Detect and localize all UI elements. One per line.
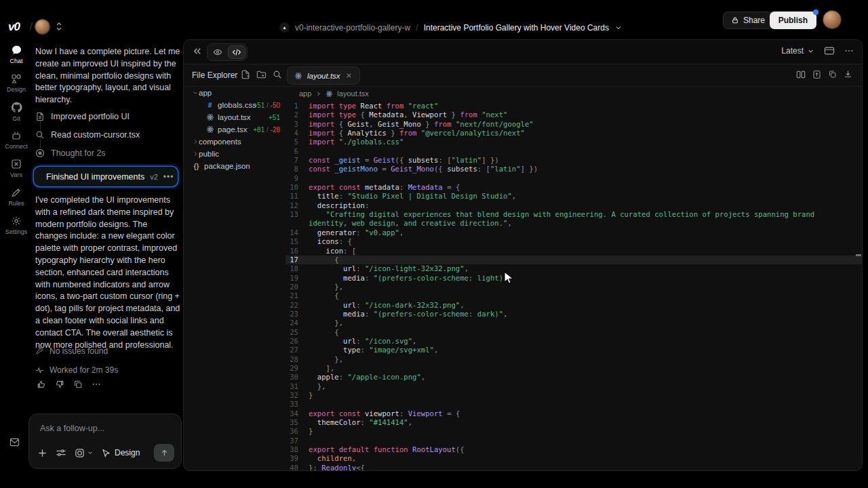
code-line-24: 24 }, [285, 319, 863, 327]
close-tab-icon[interactable] [345, 72, 353, 79]
tree-file-page.tsx[interactable]: page.tsx +81 / -28 [184, 123, 285, 136]
follow-up-input[interactable]: Ask a follow-up... Design [28, 413, 182, 469]
user-avatar[interactable] [823, 11, 841, 28]
task-item[interactable]: Thought for 2s [35, 148, 106, 158]
code-lines[interactable]: 1import type React from "react"2import t… [285, 102, 863, 471]
new-folder-icon[interactable] [256, 70, 267, 79]
tree-file-globals.css[interactable]: #globals.css +51 / -50 [184, 99, 285, 111]
line-text: children, [309, 454, 863, 463]
thumbs-up-icon[interactable] [37, 380, 46, 389]
collapse-panel-icon[interactable] [192, 46, 202, 56]
version-selector[interactable]: Latest [781, 46, 814, 56]
task-item[interactable]: Improved portfolio UI [35, 112, 130, 121]
design-mode-button[interactable]: Design [102, 448, 140, 458]
left-rail: Chat Design Git Connect Vars Rules Setti… [0, 39, 33, 488]
issues-status: No issues found [35, 346, 108, 356]
share-button[interactable]: Share [723, 12, 773, 29]
breadcrumb-folder[interactable]: app [299, 89, 311, 98]
chevron-down-icon [87, 449, 94, 456]
line-number: 17 [285, 256, 309, 264]
line-text: const _geist = Geist({ subsets: ["latin"… [309, 156, 863, 165]
publish-button[interactable]: Publish [770, 12, 816, 29]
browser-window-icon[interactable] [824, 46, 835, 56]
code-line-37: 37 [285, 436, 863, 445]
line-text: export const viewport: Viewport = { [309, 409, 863, 418]
assistant-message-body: I've completed the UI improvements with … [35, 195, 180, 351]
rail-item-rules[interactable]: Rules [0, 187, 33, 207]
attach-plus-icon[interactable] [37, 448, 47, 458]
copy-icon[interactable] [73, 380, 83, 389]
version-card[interactable]: Finished UI improvements v2 ••• [34, 167, 178, 186]
preview-toggle-eye-icon[interactable] [209, 45, 226, 59]
task-item[interactable]: Read custom-cursor.tsx [35, 130, 140, 140]
line-text: ], [309, 364, 863, 373]
theme-picker[interactable] [75, 448, 94, 458]
line-text: themeColor: "#141414", [309, 418, 863, 427]
line-text: icon: [ [309, 247, 863, 256]
task-label: Read custom-cursor.tsx [51, 130, 140, 140]
editor-toolbar-right: Latest [781, 46, 854, 56]
download-icon[interactable] [844, 70, 852, 79]
workspace-avatar[interactable] [35, 20, 50, 34]
breadcrumb-separator: / [416, 22, 418, 33]
tree-folder-components[interactable]: components [184, 136, 285, 148]
workspace-switcher-icon[interactable] [54, 21, 64, 32]
more-options-icon[interactable] [92, 380, 101, 389]
settings-sliders-icon[interactable] [56, 448, 66, 458]
line-text: }, [309, 319, 863, 327]
tab-label: layout.tsx [307, 72, 340, 80]
code-line-8: 8const _geistMono = Geist_Mono({ subsets… [285, 165, 863, 174]
line-number: 23 [285, 310, 309, 319]
theme-icon [75, 448, 85, 458]
breadcrumb-project[interactable]: v0-interactive-portfolio-gallery-w [295, 23, 410, 33]
breadcrumb-file[interactable]: layout.tsx [337, 89, 368, 98]
breadcrumb-chat-title[interactable]: Interactive Portfolio Gallery with Hover… [424, 23, 609, 33]
tree-folder-public[interactable]: public [184, 148, 285, 160]
rail-item-vars[interactable]: Vars [0, 159, 33, 178]
rail-item-connect[interactable]: Connect [0, 130, 33, 150]
chevron-down-icon[interactable] [614, 24, 623, 32]
new-file-icon[interactable] [241, 70, 250, 79]
tree-file-package.json[interactable]: {}package.json [184, 160, 285, 172]
v0-logo[interactable]: v0 [8, 20, 20, 34]
file-name: globals.css [218, 101, 256, 109]
scrollbar-marker[interactable] [856, 254, 861, 256]
search-icon[interactable] [273, 70, 282, 79]
tab-layout-tsx[interactable]: layout.tsx [287, 66, 360, 85]
rail-item-chat[interactable]: Chat [0, 45, 33, 64]
line-number: 27 [285, 346, 309, 354]
line-text [309, 147, 863, 156]
split-view-icon[interactable] [796, 70, 806, 79]
rail-label: Rules [0, 200, 33, 207]
line-text: }, [309, 283, 863, 291]
rail-item-git[interactable]: Git [0, 102, 33, 122]
code-line-2: 2import type { Metadata, Viewport } from… [285, 110, 863, 119]
send-button[interactable] [154, 444, 174, 462]
copy-icon[interactable] [828, 70, 837, 79]
version-card-menu-icon[interactable]: ••• [163, 172, 174, 182]
tree-file-layout.tsx[interactable]: layout.tsx +51 [184, 111, 285, 123]
line-text: url: "/icon.svg", [309, 337, 863, 346]
more-options-icon[interactable] [844, 46, 854, 56]
issues-status-label: No issues found [50, 346, 108, 356]
code-line-22: 22 url: "/icon-dark-32x32.png", [285, 301, 863, 310]
file-explorer-title: File Explorer [192, 70, 237, 80]
thumbs-down-icon[interactable] [55, 380, 64, 389]
code-line-30: 30 apple: "/apple-icon.png", [285, 373, 863, 382]
export-file-icon[interactable] [812, 70, 821, 79]
line-number: 24 [285, 319, 309, 327]
code-line-36: 36} [285, 427, 863, 436]
feedback-mail-icon[interactable] [9, 438, 20, 447]
code-toggle-icon[interactable] [228, 45, 245, 59]
line-text: title: "Studio Pixel | Digital Design St… [309, 192, 863, 201]
code-editor[interactable]: app layout.tsx 1import type React from "… [285, 87, 863, 471]
tree-folder-app[interactable]: app [184, 87, 285, 99]
line-number: 11 [285, 192, 309, 201]
version-selector-label: Latest [781, 46, 804, 56]
rail-item-design[interactable]: Design [0, 73, 33, 93]
code-line-27: 27 type: "image/svg+xml", [285, 346, 863, 354]
code-line-4: 4import { Analytics } from "@vercel/anal… [285, 129, 863, 138]
file-tree: app#globals.css +51 / -50layout.tsx +51p… [184, 87, 285, 172]
settings-icon [0, 216, 33, 226]
rail-item-settings[interactable]: Settings [0, 216, 33, 235]
